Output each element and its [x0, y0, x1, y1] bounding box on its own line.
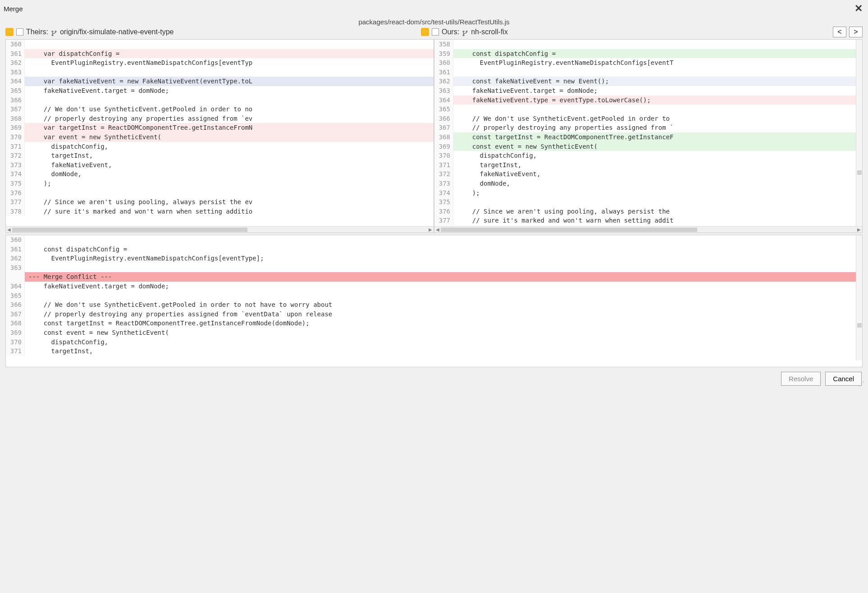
line-number: 368	[6, 114, 25, 123]
code-line[interactable]: 364 fakeNativeEvent.type = eventType.toL…	[434, 96, 862, 105]
code-line[interactable]: 363	[6, 263, 862, 273]
code-text: targetInst,	[453, 160, 862, 170]
code-line[interactable]: 373 domNode,	[434, 179, 862, 188]
code-line[interactable]: 372 fakeNativeEvent,	[434, 169, 862, 179]
code-text: fakeNativeEvent.target = domNode;	[25, 86, 434, 96]
code-line[interactable]: 361 var dispatchConfig =	[6, 49, 434, 59]
code-line[interactable]: 362 EventPluginRegistry.eventNameDispatc…	[6, 58, 434, 68]
code-line[interactable]: 371 targetInst,	[6, 347, 862, 356]
resolve-button[interactable]: Resolve	[781, 372, 821, 386]
code-text: EventPluginRegistry.eventNameDispatchCon…	[25, 254, 862, 263]
cancel-button[interactable]: Cancel	[825, 372, 862, 386]
scroll-right-icon[interactable]: ▶	[856, 227, 862, 233]
code-line[interactable]: 366 // We don't use SyntheticEvent.getPo…	[434, 114, 862, 123]
code-line[interactable]: 367 // properly destroying any propertie…	[6, 310, 862, 319]
code-line[interactable]: 377 // sure it's marked and won't warn w…	[434, 216, 862, 225]
code-line[interactable]: 368 // properly destroying any propertie…	[6, 114, 434, 123]
code-line[interactable]: 360 EventPluginRegistry.eventNameDispatc…	[434, 58, 862, 68]
code-line[interactable]: 369 var targetInst = ReactDOMComponentTr…	[6, 123, 434, 132]
code-line[interactable]: 368 const targetInst = ReactDOMComponent…	[6, 319, 862, 328]
code-text: fakeNativeEvent.type = eventType.toLower…	[453, 96, 862, 105]
ours-pane[interactable]: 358359 const dispatchConfig =360 EventPl…	[434, 39, 863, 233]
code-line[interactable]: 373 fakeNativeEvent,	[6, 160, 434, 170]
code-text: // We don't use SyntheticEvent.getPooled…	[25, 300, 862, 310]
code-line[interactable]: 376	[6, 188, 434, 198]
code-line[interactable]: 365	[6, 291, 862, 301]
line-number: 372	[434, 169, 453, 179]
code-line[interactable]: 361 const dispatchConfig =	[6, 245, 862, 254]
merge-result-pane[interactable]: 360361 const dispatchConfig =362 EventPl…	[5, 235, 863, 367]
code-line[interactable]: 364 fakeNativeEvent.target = domNode;	[6, 282, 862, 291]
ours-conflict-badge[interactable]: ⋯	[421, 28, 429, 36]
code-text: // properly destroying any properties as…	[25, 310, 862, 319]
code-line[interactable]: 366 // We don't use SyntheticEvent.getPo…	[6, 300, 862, 310]
ours-checkbox[interactable]	[432, 28, 439, 36]
line-number: 378	[6, 207, 25, 216]
code-line[interactable]: 370 dispatchConfig,	[6, 338, 862, 347]
code-line[interactable]: 369 const event = new SyntheticEvent(	[6, 328, 862, 338]
close-icon[interactable]: ✕	[854, 4, 863, 14]
theirs-conflict-badge[interactable]: ⋯	[5, 28, 14, 36]
code-line[interactable]: 372 targetInst,	[6, 151, 434, 160]
code-line[interactable]: 375 );	[6, 179, 434, 188]
code-line[interactable]: 375	[434, 197, 862, 207]
code-line[interactable]: 365 fakeNativeEvent.target = domNode;	[6, 86, 434, 96]
code-line[interactable]: 378 // sure it's marked and won't warn w…	[6, 207, 434, 216]
code-text: // We don't use SyntheticEvent.getPooled…	[25, 105, 434, 114]
line-number: 367	[6, 105, 25, 114]
line-number: 377	[6, 197, 25, 207]
code-line[interactable]: 359 const dispatchConfig =	[434, 49, 862, 59]
file-path: packages/react-dom/src/test-utils/ReactT…	[2, 17, 866, 27]
line-number: 366	[6, 300, 25, 310]
code-line[interactable]: 376 // Since we aren't using pooling, al…	[434, 207, 862, 216]
next-conflict-button[interactable]: >	[849, 27, 863, 37]
code-line[interactable]: 362 const fakeNativeEvent = new Event();	[434, 77, 862, 86]
line-number: 364	[6, 282, 25, 291]
theirs-pane[interactable]: 360361 var dispatchConfig =362 EventPlug…	[5, 39, 434, 233]
code-line[interactable]: --- Merge Conflict ---	[6, 272, 862, 282]
scroll-left-icon[interactable]: ◀	[6, 227, 12, 233]
code-line[interactable]: 377 // Since we aren't using pooling, al…	[6, 197, 434, 207]
resize-grip-icon[interactable]: ⋰	[859, 380, 865, 387]
code-line[interactable]: 371 targetInst,	[434, 160, 862, 170]
code-line[interactable]: 366	[6, 96, 434, 105]
code-line[interactable]: 374 domNode,	[6, 169, 434, 179]
code-line[interactable]: 358	[434, 40, 862, 49]
code-line[interactable]: 365	[434, 105, 862, 114]
code-line[interactable]: 370 dispatchConfig,	[434, 151, 862, 160]
code-text: // Since we aren't using pooling, always…	[453, 207, 862, 216]
line-number: 374	[434, 188, 453, 198]
scroll-left-icon[interactable]: ◀	[434, 227, 441, 233]
code-line[interactable]: 370 var event = new SyntheticEvent(	[6, 132, 434, 142]
code-line[interactable]: 367 // We don't use SyntheticEvent.getPo…	[6, 105, 434, 114]
code-line[interactable]: 368 const targetInst = ReactDOMComponent…	[434, 132, 862, 142]
line-number: 372	[6, 151, 25, 160]
code-line[interactable]: 374 );	[434, 188, 862, 198]
code-line[interactable]: 360	[6, 235, 862, 245]
line-number: 366	[6, 96, 25, 105]
code-line[interactable]: 362 EventPluginRegistry.eventNameDispatc…	[6, 254, 862, 263]
ours-label: Ours:	[442, 28, 459, 36]
code-line[interactable]: 363 fakeNativeEvent.target = domNode;	[434, 86, 862, 96]
ours-hscrollbar[interactable]: ◀ ▶	[434, 226, 862, 233]
prev-conflict-button[interactable]: <	[833, 27, 846, 37]
theirs-header: ⋯ Theirs: origin/fix-simulate-native-eve…	[5, 28, 417, 36]
code-text	[25, 263, 862, 273]
code-line[interactable]: 367 // properly destroying any propertie…	[434, 123, 862, 132]
code-text: fakeNativeEvent.target = domNode;	[453, 86, 862, 96]
code-line[interactable]: 363	[6, 68, 434, 77]
code-text: // We don't use SyntheticEvent.getPooled…	[453, 114, 862, 123]
theirs-checkbox[interactable]	[16, 28, 23, 36]
code-line[interactable]: 364 var fakeNativeEvent = new FakeNative…	[6, 77, 434, 86]
theirs-hscrollbar[interactable]: ◀ ▶	[6, 226, 434, 233]
merge-vscrollbar[interactable]	[856, 235, 862, 360]
code-text: EventPluginRegistry.eventNameDispatchCon…	[25, 58, 434, 68]
ours-vscrollbar[interactable]	[856, 40, 862, 226]
line-number: 362	[434, 77, 453, 86]
code-line[interactable]: 361	[434, 68, 862, 77]
code-line[interactable]: 371 dispatchConfig,	[6, 142, 434, 151]
code-line[interactable]: 369 const event = new SyntheticEvent(	[434, 142, 862, 151]
scroll-right-icon[interactable]: ▶	[427, 227, 434, 233]
code-text: var dispatchConfig =	[25, 49, 434, 59]
code-line[interactable]: 360	[6, 40, 434, 49]
